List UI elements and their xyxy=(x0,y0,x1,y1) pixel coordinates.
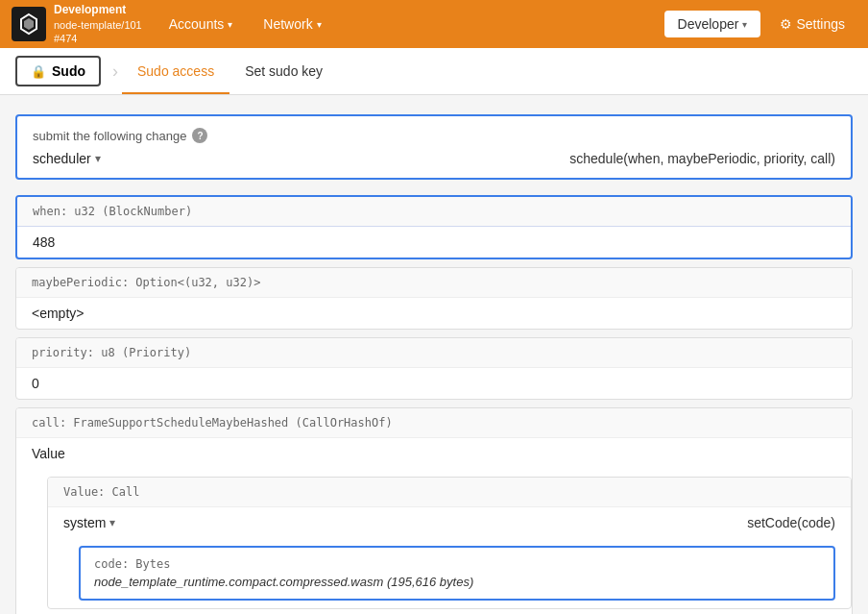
developer-button[interactable]: Developer ▾ xyxy=(664,11,761,37)
developer-chevron-icon: ▾ xyxy=(742,19,747,30)
accounts-nav-button[interactable]: Accounts ▾ xyxy=(157,11,245,37)
sudo-badge-label: Sudo xyxy=(52,63,85,79)
sudo-badge[interactable]: 🔒 Sudo xyxy=(15,56,101,86)
tab-divider: › xyxy=(112,61,118,82)
call-signature: schedule(when, maybePeriodic, priority, … xyxy=(116,151,835,166)
submit-change-label: submit the following change ? xyxy=(33,128,835,143)
tabs-row: 🔒 Sudo › Sudo access Set sudo key xyxy=(0,48,868,95)
value-call-section: Value: Call system ▾ setCode(code) code:… xyxy=(47,477,852,609)
pallet-chevron-icon: ▾ xyxy=(95,152,101,165)
code-file-value[interactable]: node_template_runtime.compact.compressed… xyxy=(94,575,820,589)
accounts-chevron-icon: ▾ xyxy=(228,19,232,30)
call-sub-row: system ▾ setCode(code) xyxy=(48,507,851,538)
value-call-header: Value: Call xyxy=(48,478,851,507)
call-nested-section: Value: Call system ▾ setCode(code) code:… xyxy=(47,477,852,609)
network-label: Network xyxy=(263,16,312,32)
priority-param-header: priority: u8 (Priority) xyxy=(16,338,852,368)
call-param-section: call: FrameSupportScheduleMaybeHashed (C… xyxy=(15,407,853,614)
network-chevron-icon: ▾ xyxy=(317,19,322,30)
call-sub-pallet-label: system xyxy=(63,515,106,530)
call-sub-pallet-chevron-icon: ▾ xyxy=(109,516,115,529)
submit-change-row: scheduler ▾ schedule(when, maybePeriodic… xyxy=(33,151,835,166)
call-sub-name: setCode(code) xyxy=(131,515,835,530)
node-template: node-template/101 xyxy=(54,18,142,32)
maybe-periodic-param-section: maybePeriodic: Option<(u32, u32)> <empty… xyxy=(15,267,853,330)
settings-button[interactable]: ⚙ Settings xyxy=(768,11,856,37)
code-nested-section: code: Bytes node_template_runtime.compac… xyxy=(79,546,851,601)
call-param-header: call: FrameSupportScheduleMaybeHashed (C… xyxy=(16,408,852,438)
developer-label: Developer xyxy=(678,16,739,32)
call-param-value: Value xyxy=(16,438,852,469)
when-param-value[interactable]: 488 xyxy=(17,227,851,258)
submit-change-help-icon[interactable]: ? xyxy=(192,128,207,143)
app-logo xyxy=(12,7,46,41)
when-param-section: when: u32 (BlockNumber) 488 xyxy=(15,195,853,259)
node-env: Development xyxy=(54,3,142,18)
app-header: Development node-template/101 #474 Accou… xyxy=(0,0,868,48)
node-info: Development node-template/101 #474 xyxy=(54,3,142,45)
call-sub-pallet-dropdown[interactable]: system ▾ xyxy=(63,515,115,530)
code-file-box: code: Bytes node_template_runtime.compac… xyxy=(79,546,835,601)
tab-set-sudo-key[interactable]: Set sudo key xyxy=(229,50,338,94)
settings-label: Settings xyxy=(796,16,845,32)
code-file-label: code: Bytes xyxy=(94,557,820,571)
when-param-header: when: u32 (BlockNumber) xyxy=(17,197,851,227)
lock-icon: 🔒 xyxy=(31,64,46,79)
tab-sudo-access[interactable]: Sudo access xyxy=(122,50,229,94)
network-nav-button[interactable]: Network ▾ xyxy=(252,11,332,37)
submit-change-box: submit the following change ? scheduler … xyxy=(15,114,853,180)
maybe-periodic-param-value: <empty> xyxy=(16,298,852,329)
pallet-dropdown[interactable]: scheduler ▾ xyxy=(33,151,101,166)
pallet-label: scheduler xyxy=(33,151,91,166)
node-id: #474 xyxy=(54,32,142,45)
main-content: submit the following change ? scheduler … xyxy=(0,95,868,614)
maybe-periodic-param-header: maybePeriodic: Option<(u32, u32)> xyxy=(16,268,852,298)
priority-param-section: priority: u8 (Priority) 0 xyxy=(15,337,853,400)
priority-param-value[interactable]: 0 xyxy=(16,368,852,399)
accounts-label: Accounts xyxy=(169,16,225,32)
settings-gear-icon: ⚙ xyxy=(780,16,792,32)
svg-marker-1 xyxy=(24,18,34,30)
